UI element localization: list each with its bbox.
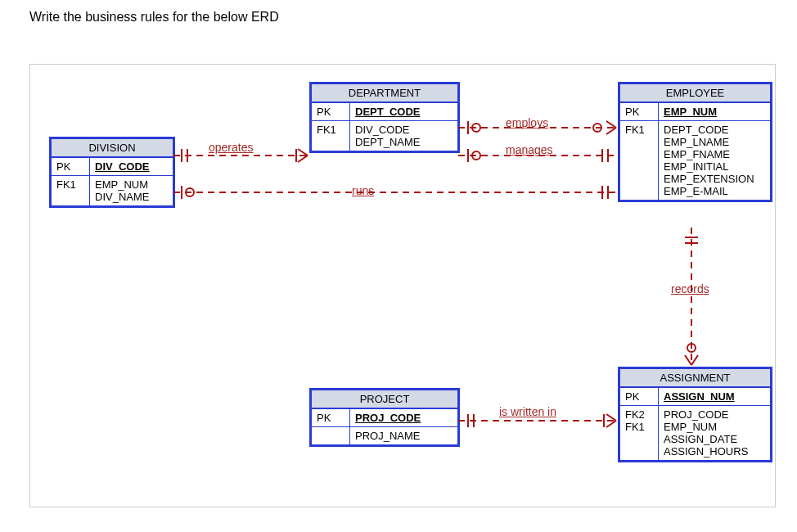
attr-list: EMP_NUM DIV_NAME (90, 176, 173, 206)
rel-is-written-in: is written in (499, 405, 556, 418)
pk-label: PK (312, 102, 350, 121)
pk-label: PK (620, 102, 659, 121)
entity-header: ASSIGNMENT (620, 369, 771, 388)
attr: DEPT_NAME (355, 136, 420, 148)
attr-list: DEPT_CODE EMP_LNAME EMP_FNAME EMP_INITIA… (659, 121, 771, 201)
attr: ASSIGN_DATE (664, 433, 737, 445)
blank-cell (312, 427, 350, 445)
fk-label: FK1 (620, 121, 659, 201)
attr: PROJ_CODE (664, 408, 728, 421)
entity-header: PROJECT (312, 390, 458, 409)
entity-project: PROJECT PK PROJ_CODE PROJ_NAME (309, 388, 460, 447)
fk-label: FK1 (312, 121, 350, 151)
fk-label: FK1 (52, 176, 90, 206)
fk-label: FK2 (625, 408, 645, 421)
pk-field: EMP_NUM (659, 102, 771, 121)
pk-label: PK (312, 408, 350, 427)
entity-header: DIVISION (52, 139, 173, 158)
attr: DEPT_CODE (664, 124, 728, 136)
attr: DIV_NAME (95, 191, 149, 203)
rel-runs: runs (352, 184, 374, 197)
attr: PROJ_NAME (350, 427, 458, 445)
attr: EMP_EXTENSION (664, 173, 754, 185)
rel-operates: operates (209, 141, 253, 154)
entity-department: DEPARTMENT PK DEPT_CODE FK1 DIV_CODE DEP… (309, 82, 460, 153)
rel-records: records (671, 282, 709, 295)
page-title: Write the business rules for the below E… (29, 10, 279, 25)
attr: EMP_E-MAIL (664, 185, 728, 197)
entity-division: DIVISION PK DIV_CODE FK1 EMP_NUM DIV_NAM… (49, 137, 175, 208)
pk-label: PK (52, 157, 90, 176)
attr-list: PROJ_CODE EMP_NUM ASSIGN_DATE ASSIGN_HOU… (659, 406, 771, 461)
fk-label: FK1 (625, 421, 645, 433)
fk-labels: FK2 FK1 (620, 406, 659, 461)
attr-list: DIV_CODE DEPT_NAME (350, 121, 458, 151)
entity-employee: EMPLOYEE PK EMP_NUM FK1 DEPT_CODE EMP_LN… (618, 82, 772, 202)
rel-employs: employs (506, 116, 548, 129)
entity-assignment: ASSIGNMENT PK ASSIGN_NUM FK2 FK1 PROJ_CO… (618, 367, 772, 462)
attr: EMP_INITIAL (664, 160, 728, 173)
rel-manages: manages (506, 143, 553, 156)
attr: EMP_LNAME (664, 136, 729, 148)
attr: EMP_FNAME (664, 148, 730, 160)
entity-header: DEPARTMENT (312, 84, 458, 103)
pk-field: PROJ_CODE (350, 408, 458, 427)
pk-field: DEPT_CODE (350, 102, 458, 121)
entity-header: EMPLOYEE (620, 84, 771, 103)
attr: ASSIGN_HOURS (664, 445, 748, 458)
attr: DIV_CODE (355, 124, 409, 136)
page: Write the business rules for the below E… (0, 0, 797, 532)
pk-field: ASSIGN_NUM (659, 387, 771, 406)
attr: EMP_NUM (95, 178, 148, 191)
pk-field: DIV_CODE (90, 157, 173, 176)
attr: EMP_NUM (664, 421, 717, 433)
pk-label: PK (620, 387, 659, 406)
